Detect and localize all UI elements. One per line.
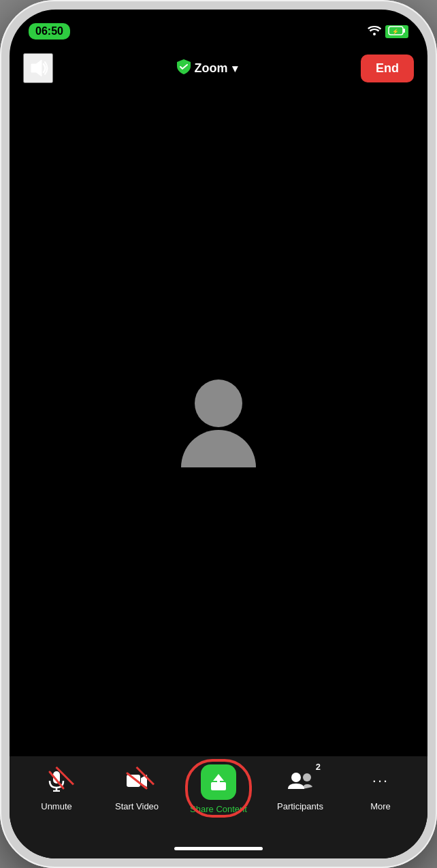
- bottom-toolbar: Unmute Start Video: [10, 756, 427, 838]
- end-button[interactable]: End: [361, 55, 414, 82]
- shield-icon: [177, 59, 191, 78]
- svg-point-15: [303, 773, 311, 781]
- speaker-button[interactable]: [23, 53, 53, 83]
- home-indicator: [10, 838, 427, 858]
- chevron-down-icon: ▾: [232, 62, 238, 75]
- svg-marker-4: [31, 60, 42, 76]
- start-video-label: Start Video: [115, 801, 159, 811]
- participants-button[interactable]: 2 Participants: [273, 764, 327, 811]
- status-icons: ⚡: [368, 25, 408, 38]
- more-button[interactable]: ··· More: [353, 764, 408, 811]
- zoom-title[interactable]: Zoom ▾: [177, 59, 238, 78]
- share-content-icon: [201, 764, 236, 800]
- participants-icon: 2: [284, 764, 317, 797]
- unmute-label: Unmute: [41, 801, 72, 811]
- notch: [164, 10, 273, 30]
- svg-text:⚡: ⚡: [392, 28, 399, 35]
- phone-screen: 06:50 ⚡: [10, 10, 427, 858]
- participants-label: Participants: [277, 801, 323, 811]
- top-bar: Zoom ▾ End: [10, 46, 427, 90]
- share-content-button[interactable]: Share Content: [190, 764, 247, 814]
- more-icon: ···: [364, 764, 397, 797]
- participants-count: 2: [316, 762, 321, 772]
- svg-point-14: [291, 773, 301, 782]
- svg-rect-1: [403, 29, 405, 33]
- battery-icon: ⚡: [385, 25, 408, 38]
- zoom-label: Zoom: [195, 61, 228, 76]
- avatar-head: [195, 379, 242, 427]
- more-label: More: [370, 801, 391, 811]
- unmute-button[interactable]: Unmute: [29, 764, 84, 811]
- video-area: [10, 90, 427, 756]
- status-time: 06:50: [29, 23, 70, 40]
- share-content-label: Share Content: [190, 804, 247, 814]
- avatar-body: [181, 430, 256, 467]
- camera-icon: [120, 764, 153, 797]
- phone-frame: 06:50 ⚡: [0, 0, 437, 868]
- avatar-placeholder: [181, 379, 256, 467]
- mic-icon: [40, 764, 73, 797]
- wifi-icon: [368, 25, 381, 38]
- start-video-button[interactable]: Start Video: [110, 764, 164, 811]
- home-bar: [174, 847, 263, 850]
